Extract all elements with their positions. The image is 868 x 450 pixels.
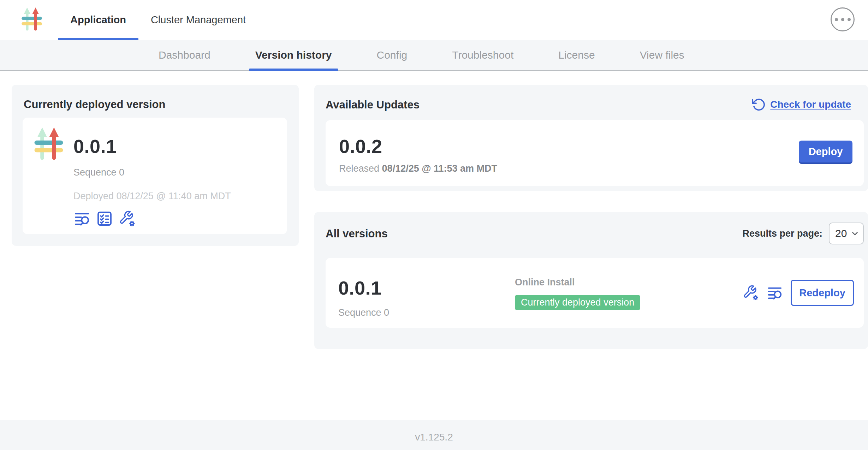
header-tabs: Application Cluster Management — [58, 0, 258, 40]
available-update-row: 0.0.2 Released 08/12/25 @ 11:53 am MDT D… — [326, 120, 864, 186]
deployed-timestamp: Deployed 08/12/25 @ 11:40 am MDT — [73, 191, 231, 201]
view-diff-icon[interactable] — [73, 210, 90, 227]
view-diff-icon[interactable] — [767, 285, 783, 301]
app-header: Application Cluster Management — [0, 0, 868, 40]
config-wrench-icon[interactable] — [119, 210, 136, 227]
main-content: Currently deployed version 0.0.1 Sequenc… — [0, 72, 868, 420]
results-per-page-label: Results per page: — [742, 229, 822, 238]
row-actions: Redeploy — [743, 280, 854, 306]
row-sequence: Sequence 0 — [338, 308, 389, 318]
app-footer: v1.125.2 — [0, 420, 868, 450]
deployed-version-number: 0.0.1 — [73, 137, 231, 156]
console-version: v1.125.2 — [415, 432, 453, 450]
preflight-checks-icon[interactable] — [96, 210, 113, 227]
app-logo-icon — [19, 7, 44, 33]
deploy-button[interactable]: Deploy — [799, 141, 852, 162]
subnav-config[interactable]: Config — [370, 40, 414, 70]
available-updates-header: Available Updates Check for update — [314, 85, 868, 112]
deployed-version-info: 0.0.1 Sequence 0 Deployed 08/12/25 @ 11:… — [73, 127, 231, 234]
all-versions-card: All versions Results per page: 20 0.0.1 — [314, 212, 868, 349]
install-type-label: Online Install — [515, 278, 640, 287]
tab-cluster-management-label: Cluster Management — [151, 14, 246, 26]
row-version-number: 0.0.1 — [338, 278, 382, 297]
subnav-troubleshoot[interactable]: Troubleshoot — [446, 40, 520, 70]
currently-deployed-badge: Currently deployed version — [515, 295, 640, 310]
ellipsis-icon — [835, 18, 838, 21]
admin-console: Application Cluster Management Dashboard… — [0, 0, 868, 450]
check-for-update-link[interactable]: Check for update — [751, 97, 851, 112]
results-per-page-select[interactable]: 20 — [829, 223, 864, 244]
refresh-icon — [751, 97, 765, 112]
all-versions-header: All versions Results per page: 20 — [314, 212, 868, 244]
subnav-license[interactable]: License — [552, 40, 601, 70]
redeploy-button[interactable]: Redeploy — [791, 280, 854, 306]
deployed-sequence: Sequence 0 — [73, 168, 231, 177]
results-per-page: Results per page: 20 — [742, 223, 864, 244]
currently-deployed-title: Currently deployed version — [24, 99, 299, 110]
subnav-version-history[interactable]: Version history — [249, 40, 338, 70]
all-versions-title: All versions — [326, 228, 388, 239]
row-install-info: Online Install Currently deployed versio… — [515, 278, 640, 310]
available-updates-title: Available Updates — [326, 99, 420, 110]
tab-application-label: Application — [70, 14, 126, 26]
tab-cluster-management[interactable]: Cluster Management — [138, 0, 258, 40]
currently-deployed-card: Currently deployed version 0.0.1 Sequenc… — [12, 85, 299, 246]
available-updates-card: Available Updates Check for update 0.0.2… — [314, 85, 868, 191]
update-version-number: 0.0.2 — [339, 137, 382, 156]
subnav-dashboard[interactable]: Dashboard — [152, 40, 217, 70]
results-per-page-value: 20 — [835, 227, 847, 239]
subnav-view-files[interactable]: View files — [634, 40, 691, 70]
deployed-version-panel: 0.0.1 Sequence 0 Deployed 08/12/25 @ 11:… — [23, 118, 287, 234]
chevron-down-icon — [850, 229, 860, 238]
config-wrench-icon[interactable] — [743, 285, 759, 301]
tab-application[interactable]: Application — [58, 0, 138, 40]
version-row: 0.0.1 Sequence 0 Online Install Currentl… — [326, 258, 864, 328]
app-subnav: Dashboard Version history Config Trouble… — [0, 40, 868, 71]
update-released-timestamp: Released 08/12/25 @ 11:53 am MDT — [339, 164, 497, 173]
app-logo-icon — [33, 127, 64, 164]
overflow-menu-button[interactable] — [831, 7, 855, 31]
check-for-update-label: Check for update — [770, 99, 851, 110]
active-subnav-underline — [249, 69, 338, 71]
deployed-version-actions — [73, 210, 231, 227]
